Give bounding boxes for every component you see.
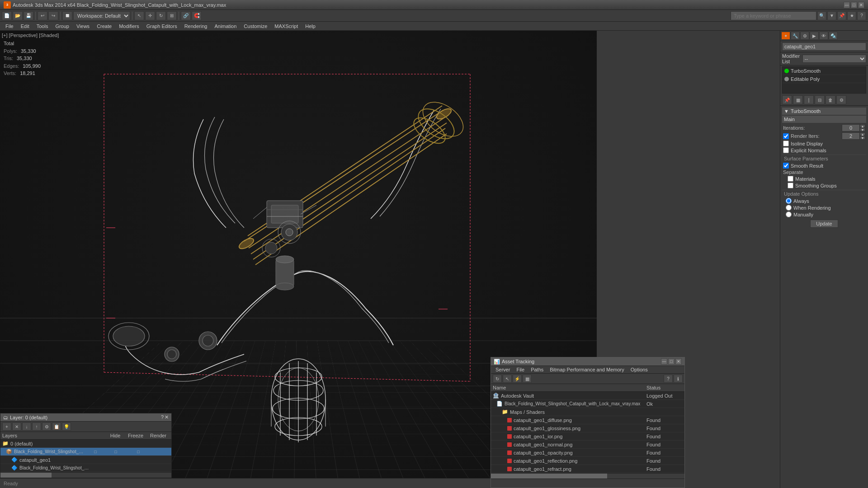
pin-stack-btn[interactable]: 📌: [782, 95, 792, 104]
undo-button[interactable]: ↩: [38, 11, 47, 20]
bookmark-icon[interactable]: ★: [847, 11, 856, 20]
open-button[interactable]: 📂: [13, 11, 23, 20]
search-icon[interactable]: 🔍: [817, 11, 826, 20]
asset-row-maps[interactable]: 📁 Maps / Shaders: [491, 408, 684, 416]
render-iters-down[interactable]: ▼: [860, 136, 865, 140]
iterations-input[interactable]: [842, 124, 860, 131]
asset-row-glossiness[interactable]: catapult_geo1_glossiness.png Found: [491, 424, 684, 432]
rpanel-tab-create[interactable]: ✦: [781, 32, 790, 40]
asset-row-normal[interactable]: catapult_geo1_normal.png Found: [491, 441, 684, 449]
asset-maximize-btn[interactable]: □: [668, 358, 675, 365]
layers-help-btn[interactable]: ?: [161, 414, 164, 420]
menu-tools[interactable]: Tools: [33, 23, 52, 30]
modifier-dropdown[interactable]: --: [802, 55, 866, 63]
asset-view-btn[interactable]: ▦: [523, 375, 532, 383]
explicit-normals-checkbox[interactable]: [783, 147, 789, 153]
asset-row-refract[interactable]: catapult_geo1_refract.png Found: [491, 465, 684, 473]
iterations-up[interactable]: ▲: [860, 124, 865, 128]
modifier-editable-poly[interactable]: Editable Poly: [783, 75, 866, 83]
redo-button[interactable]: ↪: [48, 11, 58, 20]
new-button[interactable]: 📄: [2, 11, 12, 20]
asset-menu-bitmap[interactable]: Bitmap Performance and Memory: [547, 366, 627, 373]
layer-row-catapult-obj[interactable]: 🔷 Black_Folding_Wrist_Slingshot_Catapult…: [0, 464, 171, 472]
menu-customize[interactable]: Customize: [240, 23, 271, 30]
configure-btn[interactable]: ⚙: [836, 95, 846, 104]
asset-row-diffuse[interactable]: catapult_geo1_diffuse.png Found: [491, 416, 684, 424]
menu-rendering[interactable]: Rendering: [181, 23, 211, 30]
asset-row-reflection[interactable]: catapult_geo1_reflection.png Found: [491, 457, 684, 465]
save-button[interactable]: 💾: [24, 11, 33, 20]
render-iters-checkbox[interactable]: [783, 133, 789, 139]
layer-row-default[interactable]: 📁 0 (default): [0, 440, 171, 448]
asset-row-vault[interactable]: 🏦 Autodesk Vault Logged Out: [491, 392, 684, 400]
modifier-light-turbosmooth[interactable]: [784, 69, 789, 73]
select-button[interactable]: ↖: [134, 11, 144, 20]
pin-icon[interactable]: 📌: [837, 11, 846, 20]
asset-menu-server[interactable]: Server: [493, 366, 513, 373]
layer-props-btn[interactable]: ⚙: [42, 422, 51, 431]
menu-modifiers[interactable]: Modifiers: [115, 23, 143, 30]
asset-highlight-btn[interactable]: ⚡: [513, 375, 522, 383]
menu-views[interactable]: Views: [73, 23, 93, 30]
asset-scrollbar-horizontal[interactable]: [491, 473, 684, 479]
menu-help[interactable]: Help: [302, 23, 319, 30]
menu-group[interactable]: Group: [52, 23, 73, 30]
turbosmooth-header[interactable]: ▼ TurboSmooth: [782, 108, 866, 115]
manually-radio[interactable]: [786, 211, 792, 217]
asset-minimize-btn[interactable]: —: [661, 358, 667, 365]
show-result-on-btn[interactable]: |: [804, 95, 814, 104]
rpanel-tab-hierarchy[interactable]: ⚙: [800, 32, 809, 40]
asset-row-opacity[interactable]: catapult_geo1_opacity.png Found: [491, 449, 684, 457]
rotate-button[interactable]: ↻: [156, 11, 166, 20]
isoline-checkbox[interactable]: [783, 141, 789, 146]
rpanel-tab-display[interactable]: 👁: [819, 32, 828, 40]
asset-menu-file[interactable]: File: [514, 366, 527, 373]
remove-modifier-btn[interactable]: 🗑: [826, 95, 835, 104]
close-button[interactable]: ✕: [858, 2, 864, 8]
update-button[interactable]: Update: [810, 220, 838, 228]
render-iters-input[interactable]: [842, 132, 860, 140]
asset-close-btn[interactable]: ✕: [675, 358, 682, 365]
always-radio[interactable]: [786, 198, 792, 204]
smooth-result-checkbox[interactable]: [783, 163, 789, 169]
layer-object-btn[interactable]: 📋: [52, 422, 61, 431]
workspace-dropdown[interactable]: Workspace: Default: [73, 11, 130, 20]
minimize-button[interactable]: —: [844, 2, 850, 8]
smoothing-groups-checkbox[interactable]: [788, 183, 793, 188]
menu-graph-editors[interactable]: Graph Editors: [143, 23, 181, 30]
layer-row-catapult[interactable]: 📦 Black_Folding_Wrist_Slingshot_Catapult…: [0, 448, 171, 456]
modifier-turbosmooth[interactable]: TurboSmooth: [783, 67, 866, 75]
search-input[interactable]: [731, 11, 816, 20]
select-in-layer-btn[interactable]: ↑: [32, 422, 41, 431]
asset-refresh-btn[interactable]: ↻: [493, 375, 502, 383]
asset-menu-paths[interactable]: Paths: [528, 366, 546, 373]
rpanel-tab-utilities[interactable]: 🔩: [829, 32, 838, 40]
delete-layer-btn[interactable]: ✕: [12, 422, 21, 431]
show-results-btn[interactable]: ▦: [793, 95, 803, 104]
materials-checkbox[interactable]: [788, 176, 793, 182]
link-button[interactable]: 🔗: [181, 11, 191, 20]
help-icon[interactable]: ?: [857, 11, 866, 20]
layer-row-geo1[interactable]: 🔷 catapult_geo1: [0, 456, 171, 464]
iterations-down[interactable]: ▼: [860, 128, 865, 131]
create-layer-btn[interactable]: +: [2, 422, 11, 431]
asset-menu-options[interactable]: Options: [628, 366, 651, 373]
asset-title-bar[interactable]: 📊 Asset Tracking — □ ✕: [491, 357, 684, 366]
asset-row-maxfile[interactable]: 📄 Black_Folding_Wrist_Slingshot_Catapult…: [491, 400, 684, 408]
scale-button[interactable]: ⊞: [167, 11, 177, 20]
asset-info-btn[interactable]: ℹ: [674, 375, 683, 383]
make-unique-btn[interactable]: ⊟: [815, 95, 825, 104]
layers-close-btn[interactable]: ✕: [165, 414, 169, 420]
move-button[interactable]: ✛: [145, 11, 155, 20]
asset-row-ior[interactable]: catapult_geo1_ior.png Found: [491, 432, 684, 441]
menu-maxscript[interactable]: MAXScript: [271, 23, 302, 30]
render-iters-up[interactable]: ▲: [860, 132, 865, 136]
search-options-icon[interactable]: ▼: [827, 11, 836, 20]
maximize-button[interactable]: □: [851, 2, 857, 8]
layer-light-btn[interactable]: 💡: [62, 422, 71, 431]
when-rendering-radio[interactable]: [786, 205, 792, 211]
menu-file[interactable]: File: [2, 23, 17, 30]
snap-button[interactable]: 🧲: [192, 11, 202, 20]
modifier-light-epoly[interactable]: [784, 77, 789, 81]
rpanel-tab-modify[interactable]: 🔧: [791, 32, 800, 40]
